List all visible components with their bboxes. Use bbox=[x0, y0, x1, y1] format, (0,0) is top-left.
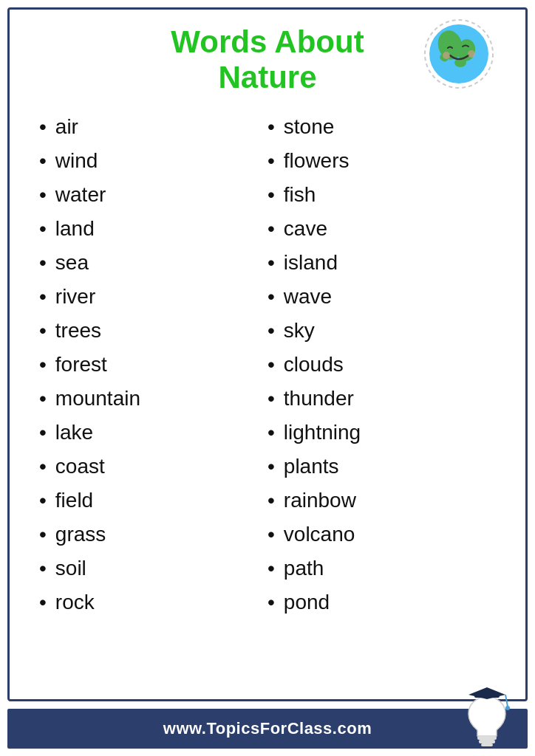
list-item: forest bbox=[39, 348, 268, 382]
title-block: Words About Nature bbox=[171, 24, 364, 95]
list-item: sky bbox=[268, 314, 496, 348]
header-area: Words About Nature bbox=[39, 24, 496, 95]
footer-logo bbox=[461, 686, 513, 749]
list-item: soil bbox=[39, 551, 268, 585]
right-word-column: stoneflowersfishcaveislandwaveskycloudst… bbox=[268, 110, 496, 619]
svg-marker-12 bbox=[468, 687, 505, 699]
svg-rect-8 bbox=[477, 736, 497, 740]
list-item: wind bbox=[39, 144, 268, 178]
list-item: land bbox=[39, 212, 268, 246]
list-item: stone bbox=[268, 110, 496, 144]
list-item: trees bbox=[39, 314, 268, 348]
list-item: island bbox=[268, 246, 496, 280]
svg-point-6 bbox=[443, 52, 450, 59]
list-item: grass bbox=[39, 518, 268, 551]
list-item: fish bbox=[268, 178, 496, 212]
list-item: thunder bbox=[268, 382, 496, 416]
list-item: rainbow bbox=[268, 484, 496, 518]
title-line2: Nature bbox=[171, 60, 364, 95]
svg-point-14 bbox=[505, 706, 510, 710]
footer-url: www.TopicsForClass.com bbox=[163, 719, 372, 738]
svg-rect-9 bbox=[479, 740, 495, 743]
list-item: volcano bbox=[268, 518, 496, 551]
list-item: field bbox=[39, 484, 268, 518]
list-item: wave bbox=[268, 280, 496, 314]
list-item: path bbox=[268, 551, 496, 585]
list-item: pond bbox=[268, 585, 496, 619]
list-item: lightning bbox=[268, 416, 496, 450]
left-word-column: airwindwaterlandsearivertreesforestmount… bbox=[39, 110, 268, 619]
list-item: air bbox=[39, 110, 268, 144]
footer: www.TopicsForClass.com bbox=[7, 709, 528, 749]
svg-rect-10 bbox=[481, 743, 493, 746]
list-item: clouds bbox=[268, 348, 496, 382]
list-item: cave bbox=[268, 212, 496, 246]
list-item: lake bbox=[39, 416, 268, 450]
list-item: water bbox=[39, 178, 268, 212]
list-item: flowers bbox=[268, 144, 496, 178]
svg-point-7 bbox=[468, 50, 475, 58]
list-item: sea bbox=[39, 246, 268, 280]
svg-line-13 bbox=[505, 695, 508, 707]
main-content: Words About Nature bbox=[7, 7, 528, 701]
words-container: airwindwaterlandsearivertreesforestmount… bbox=[39, 110, 496, 619]
list-item: rock bbox=[39, 585, 268, 619]
list-item: river bbox=[39, 280, 268, 314]
title-line1: Words About bbox=[171, 24, 364, 60]
list-item: coast bbox=[39, 450, 268, 484]
list-item: mountain bbox=[39, 382, 268, 416]
list-item: plants bbox=[268, 450, 496, 484]
earth-icon bbox=[422, 17, 496, 91]
